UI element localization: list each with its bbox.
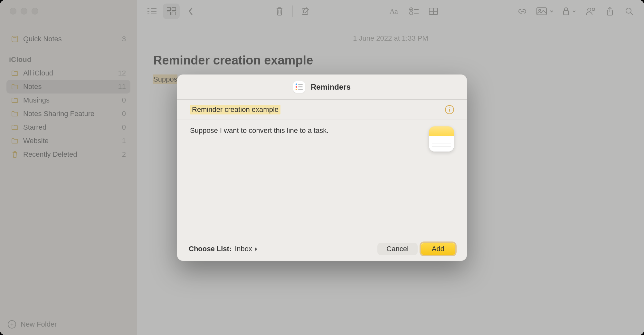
choose-list-popup[interactable]: Inbox ▲▼ (235, 245, 258, 253)
add-button[interactable]: Add (421, 243, 455, 255)
reminders-sheet: Reminders Reminder creation example i Su… (177, 74, 467, 261)
sheet-body: Suppose I want to convert this line to a… (177, 120, 467, 237)
sheet-title: Reminders (311, 83, 351, 92)
reminder-notes-text[interactable]: Suppose I want to convert this line to a… (190, 126, 454, 135)
sheet-header: Reminders (177, 74, 467, 100)
reminder-title-input[interactable]: Reminder creation example (190, 105, 280, 114)
sheet-footer: Choose List: Inbox ▲▼ Cancel Add (177, 237, 467, 261)
choose-list-label: Choose List: (189, 245, 232, 253)
reminder-title-row: Reminder creation example i (177, 100, 467, 120)
reminders-app-icon (293, 81, 305, 93)
notes-app-icon (429, 126, 454, 152)
cancel-button[interactable]: Cancel (377, 243, 417, 255)
chevron-updown-icon: ▲▼ (254, 247, 258, 251)
info-icon[interactable]: i (445, 105, 454, 114)
choose-list-value: Inbox (235, 245, 252, 253)
notes-window: Quick Notes 3 iCloud All iCloud 12 Notes… (0, 0, 644, 335)
